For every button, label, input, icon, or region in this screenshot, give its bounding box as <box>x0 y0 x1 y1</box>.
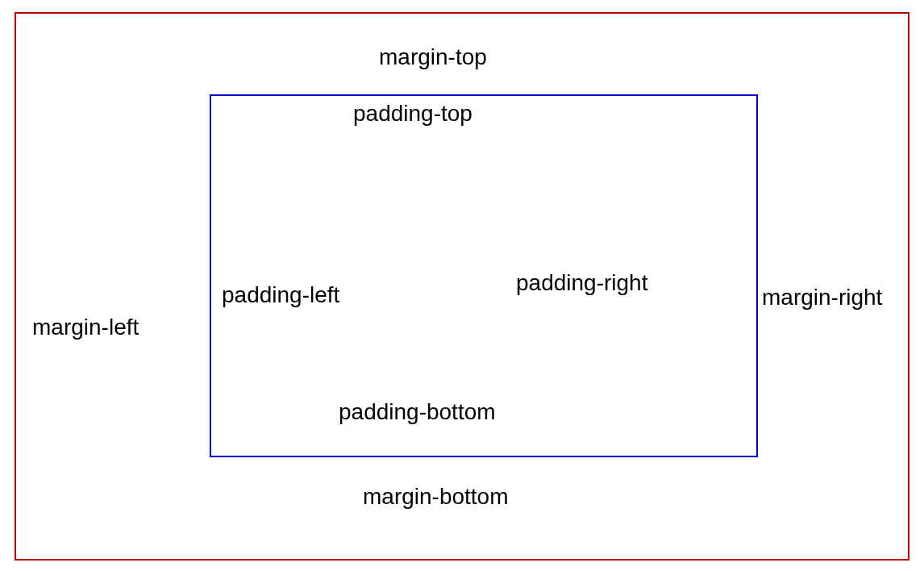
padding-left-label: padding-left <box>222 282 339 308</box>
padding-top-label: padding-top <box>353 101 472 127</box>
margin-left-label: margin-left <box>32 315 139 340</box>
margin-right-label: margin-right <box>762 285 882 311</box>
margin-bottom-label: margin-bottom <box>363 484 509 510</box>
padding-bottom-label: padding-bottom <box>339 399 496 425</box>
margin-top-label: margin-top <box>379 44 487 70</box>
padding-right-label: padding-right <box>516 270 647 296</box>
